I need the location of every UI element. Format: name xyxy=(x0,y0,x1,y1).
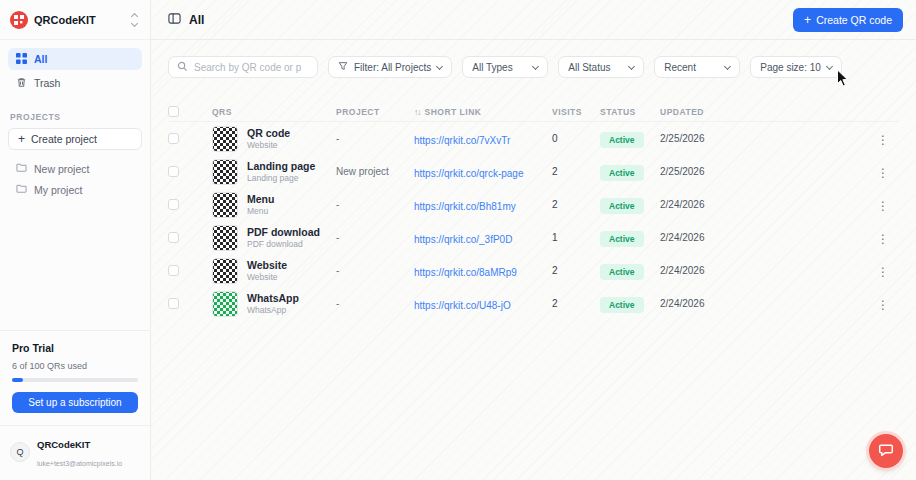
row-short-link[interactable]: https://qrkit.co/Bh81my xyxy=(414,201,516,212)
row-visits: 2 xyxy=(552,298,600,309)
create-qr-label: Create QR code xyxy=(816,14,892,26)
filter-label: Filter: All Projects xyxy=(354,62,431,73)
plan-panel: Pro Trial 6 of 100 QRs used Set up a sub… xyxy=(0,330,150,425)
qr-thumbnail xyxy=(212,291,238,317)
plan-usage: 6 of 100 QRs used xyxy=(12,361,138,371)
column-header-status: STATUS xyxy=(600,107,660,117)
chevron-down-icon xyxy=(532,62,539,69)
kebab-menu-icon[interactable]: ⋮ xyxy=(871,131,895,149)
project-list: New project My project xyxy=(0,150,150,200)
column-header-label: SHORT LINK xyxy=(425,107,482,117)
column-header-updated: UPDATED xyxy=(660,107,768,117)
table-row: WebsiteWebsite - https://qrkit.co/8aMRp9… xyxy=(168,254,899,287)
type-filter-dropdown[interactable]: All Types xyxy=(462,56,548,78)
row-checkbox[interactable] xyxy=(168,199,179,210)
sidebar-nav: All Trash xyxy=(0,40,150,96)
sidebar-project-new-project[interactable]: New project xyxy=(8,158,142,179)
filter-label: All Status xyxy=(568,62,610,73)
table-header: QRS PROJECT ↑↓ SHORT LINK VISITS STATUS … xyxy=(168,102,899,122)
chat-bubble-icon xyxy=(878,442,894,461)
chat-widget-button[interactable] xyxy=(869,434,903,468)
account-name: QRCodeKIT xyxy=(37,439,90,450)
filter-label: Page size: 10 xyxy=(760,62,821,73)
chevron-down-icon xyxy=(724,62,731,69)
chevron-down-icon xyxy=(436,62,443,69)
row-visits: 2 xyxy=(552,265,600,276)
plus-icon: + xyxy=(18,133,25,145)
subscribe-button[interactable]: Set up a subscription xyxy=(12,392,138,413)
row-visits: 1 xyxy=(552,232,600,243)
filter-label: All Types xyxy=(472,62,512,73)
grid-icon xyxy=(16,53,27,66)
row-short-link[interactable]: https://qrkit.co/_3fP0D xyxy=(414,234,512,245)
folder-icon xyxy=(16,162,27,175)
toolbar: Filter: All Projects All Types All Statu… xyxy=(168,56,899,78)
row-visits: 2 xyxy=(552,166,600,177)
select-all-checkbox[interactable] xyxy=(168,106,179,117)
sort-dropdown[interactable]: Recent xyxy=(654,56,740,78)
panel-toggle-icon[interactable] xyxy=(168,11,181,29)
status-badge: Active xyxy=(600,264,644,280)
filter-label: Recent xyxy=(664,62,696,73)
kebab-menu-icon[interactable]: ⋮ xyxy=(871,230,895,248)
row-short-link[interactable]: https://qrkit.co/U48-jO xyxy=(414,300,511,311)
avatar: Q xyxy=(10,442,30,462)
row-checkbox[interactable] xyxy=(168,232,179,243)
sidebar: QRCodeKIT All Trash PROJECTS + Create pr… xyxy=(0,0,151,480)
workspace-switcher-icon[interactable] xyxy=(129,11,140,29)
row-updated: 2/25/2026 xyxy=(660,133,768,144)
create-qr-button[interactable]: + Create QR code xyxy=(793,8,903,32)
kebab-menu-icon[interactable]: ⋮ xyxy=(871,296,895,314)
row-checkbox[interactable] xyxy=(168,133,179,144)
brand-name: QRCodeKIT xyxy=(34,14,123,26)
folder-icon xyxy=(16,183,27,196)
plan-title: Pro Trial xyxy=(12,342,138,354)
row-short-link[interactable]: https://qrkit.co/7vXvTr xyxy=(414,135,510,146)
row-updated: 2/25/2026 xyxy=(660,166,768,177)
row-checkbox[interactable] xyxy=(168,265,179,276)
page-size-dropdown[interactable]: Page size: 10 xyxy=(750,56,842,78)
column-header-short-link[interactable]: ↑↓ SHORT LINK xyxy=(414,107,552,117)
search-input[interactable] xyxy=(194,62,309,73)
qr-name: Website xyxy=(247,259,287,271)
app-window: QRCodeKIT All Trash PROJECTS + Create pr… xyxy=(0,0,916,480)
row-short-link[interactable]: https://qrkit.co/8aMRp9 xyxy=(414,267,517,278)
qr-type: Menu xyxy=(247,206,274,216)
projects-section-label: PROJECTS xyxy=(0,96,150,128)
column-header-visits: VISITS xyxy=(552,107,600,117)
sidebar-bottom: Pro Trial 6 of 100 QRs used Set up a sub… xyxy=(0,330,150,480)
row-checkbox[interactable] xyxy=(168,298,179,309)
row-project: - xyxy=(336,298,414,309)
sidebar-project-my-project[interactable]: My project xyxy=(8,179,142,200)
kebab-menu-icon[interactable]: ⋮ xyxy=(871,164,895,182)
account-email: luke+test3@atomicpixels.io xyxy=(37,460,122,467)
main-area: All + Create QR code Filter: All Project… xyxy=(151,0,916,480)
create-project-button[interactable]: + Create project xyxy=(8,128,142,150)
qr-type: PDF download xyxy=(247,239,320,249)
usage-progress-fill xyxy=(12,378,23,382)
row-short-link[interactable]: https://qrkit.co/qrck-page xyxy=(414,168,524,179)
sidebar-item-all[interactable]: All xyxy=(8,48,142,70)
row-visits: 2 xyxy=(552,199,600,210)
row-checkbox[interactable] xyxy=(168,166,179,177)
sort-icon: ↑↓ xyxy=(414,107,421,117)
row-project: - xyxy=(336,232,414,243)
qr-name: Menu xyxy=(247,193,274,205)
kebab-menu-icon[interactable]: ⋮ xyxy=(871,197,895,215)
status-badge: Active xyxy=(600,198,644,214)
qr-type: Website xyxy=(247,272,287,282)
sidebar-item-trash[interactable]: Trash xyxy=(8,72,142,94)
status-badge: Active xyxy=(600,165,644,181)
sidebar-item-label: All xyxy=(34,53,47,65)
qr-thumbnail xyxy=(212,258,238,284)
status-filter-dropdown[interactable]: All Status xyxy=(558,56,644,78)
table-row: Landing pageLanding page New project htt… xyxy=(168,155,899,188)
filter-projects-dropdown[interactable]: Filter: All Projects xyxy=(328,56,452,78)
account-row[interactable]: Q QRCodeKIT luke+test3@atomicpixels.io xyxy=(0,425,150,480)
kebab-menu-icon[interactable]: ⋮ xyxy=(871,263,895,281)
row-updated: 2/24/2026 xyxy=(660,232,768,243)
row-updated: 2/24/2026 xyxy=(660,199,768,210)
trash-icon xyxy=(16,77,27,90)
row-project: New project xyxy=(336,166,414,177)
column-header-qrs: QRS xyxy=(212,107,336,117)
